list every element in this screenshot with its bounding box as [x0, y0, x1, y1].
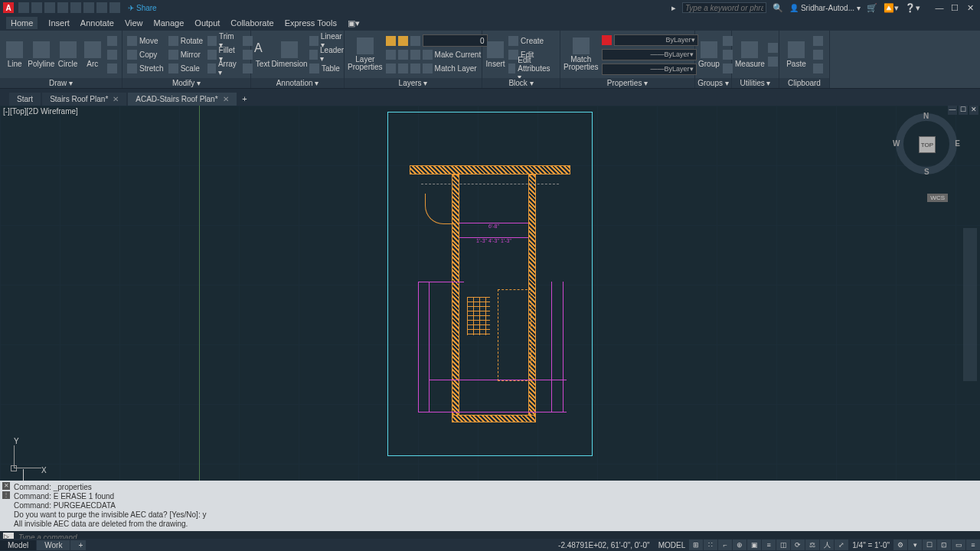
- transparency-icon[interactable]: ◫: [776, 540, 790, 550]
- qat-web-icon[interactable]: [70, 2, 81, 13]
- circle-button[interactable]: Circle: [56, 33, 79, 76]
- wcs-label[interactable]: WCS: [927, 194, 948, 202]
- menu-featured[interactable]: ▣▾: [348, 18, 360, 28]
- minimize-icon[interactable]: —: [933, 2, 946, 13]
- dimension-button[interactable]: Dimension: [273, 33, 306, 76]
- panel-groups-title[interactable]: Groups ▾: [695, 78, 731, 88]
- match-properties-button[interactable]: Match Properties: [564, 33, 599, 76]
- tab-acad-stairs[interactable]: ACAD-Stairs Roof Plan*✕: [128, 93, 236, 106]
- draw-misc3[interactable]: [106, 62, 119, 75]
- panel-annotation-title[interactable]: Annotation ▾: [251, 78, 344, 88]
- match-layer-button[interactable]: Match Layer: [384, 62, 489, 75]
- panel-modify-title[interactable]: Modify ▾: [122, 78, 250, 88]
- menu-view[interactable]: View: [125, 18, 143, 28]
- qat-saveas-icon[interactable]: [57, 2, 68, 13]
- layout-add[interactable]: +: [70, 540, 86, 550]
- trim-button[interactable]: Trim ▾: [206, 34, 240, 47]
- qat-undo-icon[interactable]: [96, 2, 107, 13]
- linetype-selector[interactable]: —— ByLayer ▾: [600, 63, 700, 76]
- clean-icon[interactable]: ▭: [952, 540, 965, 550]
- cmd-close-icon[interactable]: ✕: [2, 482, 10, 490]
- clip-misc3[interactable]: [812, 62, 825, 75]
- app-icon[interactable]: 🔼▾: [884, 3, 899, 13]
- menu-annotate[interactable]: Annotate: [80, 18, 114, 28]
- clip-misc2[interactable]: [812, 48, 825, 61]
- insert-button[interactable]: Insert: [485, 33, 505, 76]
- layout-model[interactable]: Model: [0, 540, 36, 550]
- vp-close-icon[interactable]: ✕: [969, 106, 978, 115]
- paste-button[interactable]: Paste: [782, 33, 810, 76]
- layer-selector[interactable]: 0: [384, 34, 489, 47]
- status-model[interactable]: MODEL: [655, 541, 689, 549]
- viewcube[interactable]: TOP N S W E: [896, 113, 957, 174]
- create-block-button[interactable]: Create: [507, 34, 557, 47]
- qat-plot-icon[interactable]: [83, 2, 94, 13]
- cmd-handle-icon[interactable]: ⋮: [2, 491, 10, 499]
- lineweight-selector[interactable]: —— ByLayer ▾: [600, 48, 700, 61]
- vp-maximize-icon[interactable]: ☐: [959, 106, 968, 115]
- isolate-icon[interactable]: ☐: [923, 540, 936, 550]
- leader-button[interactable]: Leader ▾: [308, 48, 347, 61]
- panel-draw-title[interactable]: Draw ▾: [0, 78, 122, 88]
- panel-block-title[interactable]: Block ▾: [482, 78, 560, 88]
- menu-manage[interactable]: Manage: [154, 18, 185, 28]
- make-current-button[interactable]: Make Current: [384, 48, 489, 61]
- user-menu[interactable]: 👤 Sridhar-Autod... ▾: [789, 4, 861, 12]
- measure-button[interactable]: Measure: [735, 33, 765, 76]
- snap-icon[interactable]: ∷: [704, 540, 717, 550]
- search-icon[interactable]: 🔍: [773, 3, 783, 13]
- mirror-button[interactable]: Mirror: [167, 48, 204, 61]
- group-button[interactable]: Group: [698, 33, 720, 76]
- arc-button[interactable]: Arc: [81, 33, 104, 76]
- polyline-button[interactable]: Polyline: [28, 33, 54, 76]
- workspace-icon[interactable]: ▾: [908, 540, 922, 550]
- viewcube-top[interactable]: TOP: [919, 136, 936, 153]
- menu-express[interactable]: Express Tools: [285, 18, 337, 28]
- text-button[interactable]: AText: [254, 33, 271, 76]
- help-icon[interactable]: ❔▾: [905, 3, 920, 13]
- layout-work[interactable]: Work: [37, 540, 70, 550]
- line-button[interactable]: Line: [3, 33, 26, 76]
- qat-new-icon[interactable]: [18, 2, 29, 13]
- tab-close-icon[interactable]: ✕: [223, 95, 229, 103]
- table-button[interactable]: Table: [308, 62, 347, 75]
- annoscale-icon[interactable]: ⚖: [805, 540, 819, 550]
- cart-icon[interactable]: 🛒: [867, 3, 877, 13]
- maximize-icon[interactable]: ☐: [948, 2, 962, 13]
- osnap-icon[interactable]: ▣: [747, 540, 761, 550]
- menu-collaborate[interactable]: Collaborate: [230, 18, 273, 28]
- tab-stairs[interactable]: Stairs Roof Plan*✕: [42, 93, 126, 106]
- viewcube-w[interactable]: W: [893, 139, 900, 148]
- vp-minimize-icon[interactable]: —: [948, 106, 957, 115]
- search-input[interactable]: [682, 2, 766, 13]
- panel-properties-title[interactable]: Properties ▾: [560, 78, 694, 88]
- menu-home[interactable]: Home: [6, 17, 38, 29]
- qat-open-icon[interactable]: [31, 2, 42, 13]
- scale-button[interactable]: Scale: [167, 62, 204, 75]
- lineweight-icon[interactable]: ≡: [762, 540, 776, 550]
- qat-redo-icon[interactable]: [109, 2, 120, 13]
- viewcube-n[interactable]: N: [923, 112, 929, 120]
- grid-icon[interactable]: ⊞: [689, 540, 703, 550]
- util-misc1[interactable]: [766, 41, 779, 54]
- viewcube-e[interactable]: E: [955, 139, 960, 148]
- menu-output[interactable]: Output: [194, 18, 220, 28]
- rotate-button[interactable]: Rotate: [167, 34, 204, 47]
- move-button[interactable]: Move: [126, 34, 165, 47]
- gear-icon[interactable]: ⚙: [893, 540, 907, 550]
- tab-close-icon[interactable]: ✕: [113, 95, 119, 103]
- menu-icon[interactable]: ≡: [966, 540, 980, 550]
- cycling-icon[interactable]: ⟳: [791, 540, 805, 550]
- tab-start[interactable]: Start: [9, 93, 41, 106]
- navigation-bar[interactable]: [963, 228, 977, 381]
- array-button[interactable]: Array ▾: [206, 62, 240, 75]
- close-icon[interactable]: ✕: [963, 2, 977, 13]
- annotation-icon[interactable]: 人: [820, 540, 834, 550]
- color-selector[interactable]: ByLayer ▾: [600, 34, 700, 47]
- scale-display[interactable]: 1/4" = 1'-0": [849, 541, 893, 549]
- qat-save-icon[interactable]: [44, 2, 55, 13]
- viewcube-s[interactable]: S: [924, 168, 929, 176]
- search-arrow-icon[interactable]: ▸: [671, 3, 676, 13]
- panel-layers-title[interactable]: Layers ▾: [345, 78, 482, 88]
- hardware-icon[interactable]: ⊡: [937, 540, 951, 550]
